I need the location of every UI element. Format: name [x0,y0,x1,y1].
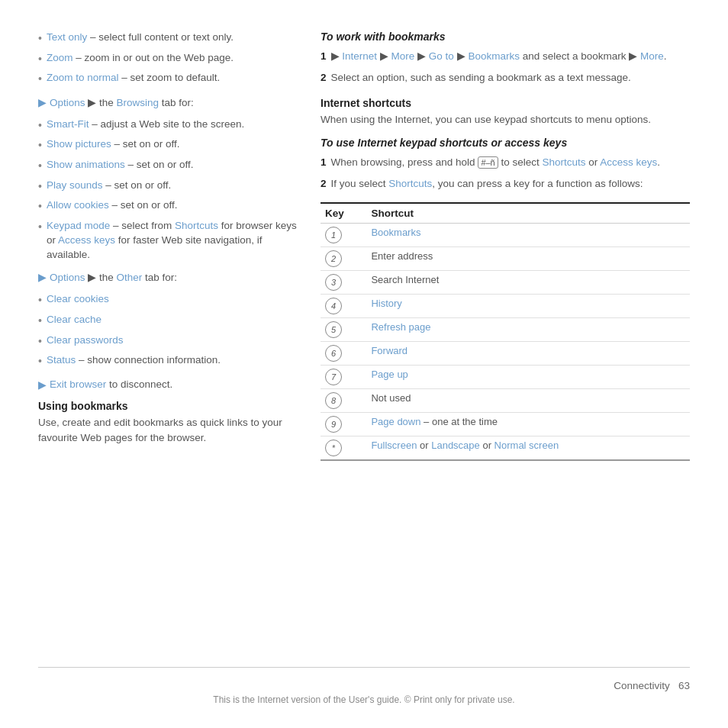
step-text: When browsing, press and hold #–ñ to sel… [331,155,661,170]
key-circle: 6 [325,345,342,362]
list-item: • Zoom – zoom in or out on the Web page. [38,51,298,67]
footer-section: Connectivity [614,680,670,691]
shortcut-cell: Fullscreen or Landscape or Normal screen [366,436,690,461]
list-item: • Play sounds – set on or off. [38,179,298,195]
bullet-icon: • [38,52,42,67]
shortcuts-table: Key Shortcut 1Bookmarks2Enter address3Se… [321,202,690,461]
using-bookmarks-section: Using bookmarks Use, create and edit boo… [38,400,298,446]
bullet-icon: • [38,199,42,214]
highlight-text: Fullscreen [371,440,417,451]
shortcut-cell: Page down – one at the time [366,413,690,436]
highlight-text: Show animations [47,159,125,170]
item-text: Clear passwords [47,333,124,348]
item-text: Clear cache [47,313,101,327]
key-circle: 9 [325,416,342,433]
item-text: Text only – select full content or text … [47,31,234,45]
shortcut-cell: Forward [366,342,690,366]
exit-browser-section: ▶ Exit browser to disconnect. [38,378,298,391]
highlight-text: Access keys [58,234,115,246]
list-item: • Clear cookies [38,292,298,308]
col-key-header: Key [321,203,366,224]
item-text: Zoom to normal – set zoom to default. [47,71,220,85]
list-item: • Show animations – set on or off. [38,158,298,174]
step-1: 1 ▶ Internet ▶ More ▶ Go to ▶ Bookmarks … [321,49,690,64]
highlight-text: Page up [371,369,407,380]
arrow-text: Options ▶ the Other tab for: [50,271,177,283]
item-text: Allow cookies – set on or off. [47,198,178,213]
shortcut-cell: Bookmarks [366,224,690,247]
highlight-text: Shortcuts [543,156,586,168]
shortcut-cell: Enter address [366,247,690,271]
table-row: 1Bookmarks [321,224,690,247]
shortcut-cell: Refresh page [366,318,690,342]
key-circle: 1 [325,227,342,243]
shortcut-cell: Search Internet [366,271,690,295]
bullet-icon: • [38,293,42,308]
arrow-item: ▶ Exit browser to disconnect. [38,378,298,391]
list-item: • Smart-Fit – adjust a Web site to the s… [38,118,298,134]
key-cell: 7 [321,366,366,389]
table-row: 9Page down – one at the time [321,413,690,436]
bullet-icon: • [38,334,42,350]
shortcut-cell: Page up [366,366,690,389]
key-cell: 3 [321,271,366,295]
highlight-text: Allow cookies [47,199,109,211]
step-num: 1 [321,49,327,64]
table-row: *Fullscreen or Landscape or Normal scree… [321,436,690,461]
key-cell: * [321,436,366,461]
arrow-icon: ▶ [38,271,47,283]
highlight-text: Text only [47,31,87,43]
highlight-text: Browsing [117,97,159,108]
highlight-text: Shortcuts [388,178,432,189]
footer-note: This is the Internet version of the User… [38,694,690,705]
arrow-text: Exit browser to disconnect. [50,378,172,390]
step-text: If you select Shortcuts, you can press a… [331,176,643,192]
item-text: Play sounds – set on or off. [47,179,171,193]
arrow-text: Options ▶ the Browsing tab for: [50,96,194,108]
highlight-text: Page down [371,416,420,427]
item-text: Show pictures – set on or off. [47,137,180,152]
highlight-text: Bookmarks [371,227,420,238]
highlight-text: Clear cache [47,314,101,325]
item-text: Keypad mode – select from Shortcuts for … [47,219,298,263]
key-circle: 2 [325,250,342,267]
item-text: Clear cookies [47,292,109,307]
bullet-icon: • [38,354,42,369]
arrow-item: ▶ Options ▶ the Browsing tab for: [38,96,298,108]
arrow-item: ▶ Options ▶ the Other tab for: [38,271,298,283]
table-row: 7Page up [321,366,690,389]
item-text: Show animations – set on or off. [47,158,194,172]
key-cell: 9 [321,413,366,436]
list-item: • Allow cookies – set on or off. [38,198,298,214]
highlight-text: Go to [429,50,454,62]
shortcut-cell: Not used [366,389,690,413]
page: • Text only – select full content or tex… [0,0,728,728]
step-num: 2 [321,70,327,85]
footer-page-num: 63 [678,680,690,691]
highlight-text: Show pictures [47,138,111,150]
step-2: 2 Select an option, such as sending a bo… [321,70,690,85]
step-4: 2 If you select Shortcuts, you can press… [321,176,690,192]
step-text: Select an option, such as sending a book… [331,70,631,85]
highlight-text: Normal screen [494,440,559,451]
to-use-heading: To use Internet keypad shortcuts or acce… [321,137,690,149]
table-row: 5Refresh page [321,318,690,342]
key-cell: 1 [321,224,366,247]
content-area: • Text only – select full content or tex… [38,31,690,661]
key-circle: * [325,440,342,456]
item-text: Zoom – zoom in or out on the Web page. [47,51,234,66]
right-column: To work with bookmarks 1 ▶ Internet ▶ Mo… [321,31,690,661]
col-shortcut-header: Shortcut [366,203,690,224]
item-text: Status – show connection information. [47,353,221,368]
table-row: 6Forward [321,342,690,366]
highlight-text: History [371,298,401,309]
highlight-text: Options [50,97,85,108]
bullet-icon: • [38,220,42,235]
bullet-group-2: • Smart-Fit – adjust a Web site to the s… [38,118,298,263]
list-item: • Status – show connection information. [38,353,298,369]
highlight-text: Exit browser [50,378,106,390]
highlight-text: More [640,50,664,62]
arrow-icon: ▶ [38,96,47,108]
highlight-text: Other [117,272,143,283]
step-num: 2 [321,176,327,192]
